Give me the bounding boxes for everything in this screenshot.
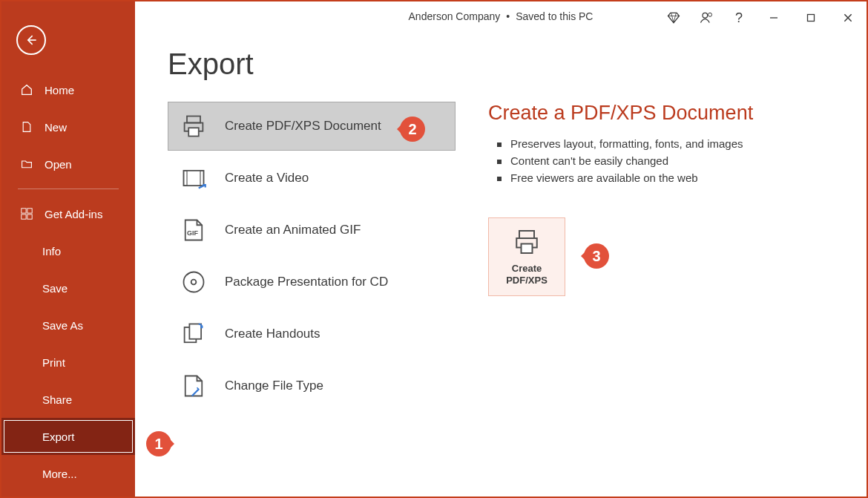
back-button[interactable] <box>16 25 46 55</box>
annotation-callout-1: 1 <box>146 431 171 456</box>
option-package-cd[interactable]: Package Presentation for CD <box>168 258 456 307</box>
option-create-handouts[interactable]: Create Handouts <box>168 309 456 358</box>
video-icon <box>177 162 210 194</box>
svg-rect-11 <box>187 117 200 123</box>
action-label: Create PDF/XPS <box>506 263 548 287</box>
nav-print[interactable]: Print <box>1 344 135 381</box>
option-create-video[interactable]: Create a Video <box>168 154 456 203</box>
nav-save-as[interactable]: Save As <box>1 307 135 344</box>
nav-get-addins[interactable]: Get Add-ins <box>1 195 135 232</box>
premium-icon[interactable] <box>657 1 690 34</box>
minimize-button[interactable] <box>755 1 792 34</box>
cd-icon <box>177 266 210 298</box>
svg-point-19 <box>191 280 197 285</box>
option-label: Change File Type <box>225 379 323 393</box>
nav-info[interactable]: Info <box>1 232 135 269</box>
window-controls: ? <box>657 1 867 34</box>
new-file-icon <box>19 119 34 134</box>
backstage-sidebar: Home New Open Get Add-ins <box>1 1 135 497</box>
nav-export[interactable]: Export <box>1 418 135 455</box>
document-title: Anderson Company • Saved to this PC <box>409 10 594 22</box>
powerpoint-backstage: Home New Open Get Add-ins <box>0 0 868 498</box>
detail-pane: Create a PDF/XPS Document Preserves layo… <box>488 102 837 413</box>
nav-label: Get Add-ins <box>45 208 102 220</box>
svg-rect-4 <box>27 214 32 219</box>
detail-bullet: Preserves layout, formatting, fonts, and… <box>488 135 837 152</box>
detail-bullet: Free viewers are available on the web <box>488 169 837 186</box>
svg-rect-13 <box>188 128 199 136</box>
gif-icon: GIF <box>177 214 210 246</box>
option-change-file-type[interactable]: Change File Type <box>168 361 456 410</box>
svg-rect-2 <box>27 209 32 213</box>
callout-number: 1 <box>154 436 162 453</box>
svg-rect-22 <box>519 231 534 238</box>
nav-label: More... <box>42 468 77 480</box>
svg-rect-1 <box>22 209 26 213</box>
nav-label: Print <box>42 356 65 369</box>
nav-label: Save As <box>42 319 83 332</box>
option-label: Package Presentation for CD <box>225 275 388 289</box>
nav-home[interactable]: Home <box>1 71 135 108</box>
svg-rect-24 <box>522 243 533 253</box>
nav-new[interactable]: New <box>1 108 135 145</box>
nav-label: Home <box>45 84 74 96</box>
annotation-callout-2: 2 <box>400 117 425 142</box>
svg-text:GIF: GIF <box>187 229 199 237</box>
content-area: Export Create PDF/XPS Document Create a … <box>135 34 867 497</box>
titlebar: Anderson Company • Saved to this PC ? <box>135 1 867 34</box>
svg-point-18 <box>184 272 204 292</box>
page-title: Export <box>168 47 837 81</box>
nav-label: Open <box>45 158 72 171</box>
open-folder-icon <box>19 157 34 171</box>
callout-number: 2 <box>408 121 416 138</box>
option-label: Create a Video <box>225 171 309 186</box>
nav-label: Share <box>42 393 72 406</box>
title-separator: • <box>506 10 510 22</box>
doc-name: Anderson Company <box>409 10 501 22</box>
option-label: Create an Animated GIF <box>225 223 361 237</box>
nav-open[interactable]: Open <box>1 145 135 183</box>
addins-icon <box>19 206 34 221</box>
columns: Create PDF/XPS Document Create a Video G… <box>168 102 837 413</box>
export-options: Create PDF/XPS Document Create a Video G… <box>168 102 456 413</box>
nav-separator <box>18 189 119 189</box>
detail-bullets: Preserves layout, formatting, fonts, and… <box>488 135 837 186</box>
printer-icon <box>512 227 542 257</box>
help-icon[interactable]: ? <box>723 1 755 34</box>
maximize-button[interactable] <box>792 1 829 34</box>
svg-point-6 <box>708 13 712 16</box>
svg-rect-3 <box>22 214 26 219</box>
svg-rect-21 <box>189 324 201 339</box>
nav-save[interactable]: Save <box>1 269 135 307</box>
nav-share[interactable]: Share <box>1 381 135 418</box>
change-file-type-icon <box>177 370 210 402</box>
svg-point-5 <box>703 13 708 18</box>
option-create-gif[interactable]: GIF Create an Animated GIF <box>168 206 456 255</box>
home-icon <box>19 82 34 97</box>
nav-label: Save <box>42 282 68 295</box>
option-label: Create Handouts <box>225 327 320 341</box>
annotation-callout-3: 3 <box>584 243 609 269</box>
handouts-icon <box>177 318 210 350</box>
create-pdf-xps-button[interactable]: Create PDF/XPS <box>488 217 565 296</box>
nav-list-secondary: Get Add-ins Info Save Save As Print Shar… <box>1 195 135 492</box>
nav-label: Export <box>42 430 74 443</box>
nav-more[interactable]: More... <box>1 455 135 492</box>
detail-title: Create a PDF/XPS Document <box>488 102 837 125</box>
detail-bullet: Content can't be easily changed <box>488 152 837 169</box>
callout-number: 3 <box>592 248 600 265</box>
nav-label: New <box>45 121 67 134</box>
save-status: Saved to this PC <box>516 10 593 22</box>
back-arrow-icon <box>24 33 39 47</box>
svg-rect-8 <box>808 15 815 22</box>
nav-list: Home New Open <box>1 71 135 183</box>
option-label: Create PDF/XPS Document <box>225 119 381 134</box>
account-icon[interactable] <box>690 1 723 34</box>
nav-label: Info <box>42 245 61 258</box>
close-button[interactable] <box>829 1 867 34</box>
printer-icon <box>177 110 210 142</box>
